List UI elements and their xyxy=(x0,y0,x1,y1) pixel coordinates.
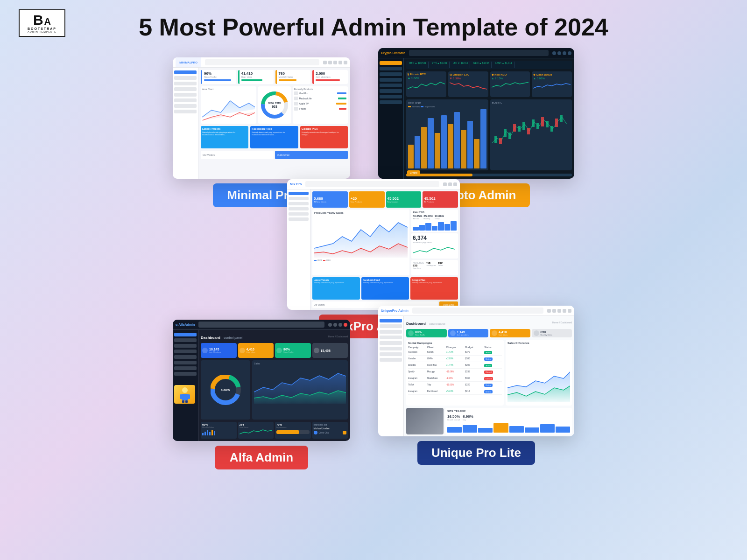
mix-logo: Mix Pro xyxy=(290,182,302,186)
unique-pro-wrapper: UniquePro Admin xyxy=(378,306,574,465)
ca-nav-1[interactable] xyxy=(380,67,402,70)
svg-rect-7 xyxy=(499,138,502,144)
ca-slider[interactable] xyxy=(406,174,572,176)
unique-pro-label[interactable]: Unique Pro Lite xyxy=(417,441,535,465)
mp-nav-2[interactable] xyxy=(174,82,197,85)
up-nav-1[interactable] xyxy=(380,319,402,322)
ca-nav-3[interactable] xyxy=(380,78,402,82)
ca-sidebar xyxy=(378,58,404,179)
mp-donut-svg: New York 953 xyxy=(260,91,289,119)
mix-nav-5[interactable] xyxy=(289,212,309,216)
alfa-charts: Sales Sales xyxy=(201,360,348,420)
ca-nav-7[interactable] xyxy=(380,100,402,104)
mp-nav-3[interactable] xyxy=(174,87,197,91)
alfa-nav-3[interactable] xyxy=(174,344,197,348)
alfa-bc-1: 60% Monthly Sales xyxy=(201,422,237,439)
ca-nav-dashboard[interactable] xyxy=(380,61,402,65)
svg-rect-28 xyxy=(185,400,188,403)
ca-nav-5[interactable] xyxy=(380,89,402,93)
svg-rect-16 xyxy=(541,117,544,126)
mix-stat-3: 45,502 New Invoices xyxy=(386,191,422,208)
up-nav-2[interactable] xyxy=(380,324,402,328)
mp-stat-3-label: Monthly Sales xyxy=(279,76,309,78)
up-nav-8[interactable] xyxy=(380,358,402,362)
ca-dash: ◈ Dash DASH ▲ 0.91% xyxy=(532,71,572,97)
alfa-nav-5[interactable] xyxy=(174,355,197,359)
svg-rect-6 xyxy=(494,136,497,143)
mix-stat-2: +20 New Products xyxy=(349,191,385,208)
mp-stat-2: 41,410 User Likes xyxy=(238,70,274,84)
mp-nav-5[interactable] xyxy=(174,98,197,102)
alfa-stat-1: 10,145 Join Members xyxy=(201,343,237,358)
ca-icon4 xyxy=(568,51,571,55)
alfa-nav-7[interactable] xyxy=(174,366,197,370)
alfa-wave-chart: Sales xyxy=(252,360,348,420)
alfa-card[interactable]: α AlfaAdmin xyxy=(173,320,350,441)
alfa-label[interactable]: Alfa Admin xyxy=(215,446,308,469)
mp-nav-dashboard[interactable] xyxy=(174,70,197,74)
alfa-bc2-svg xyxy=(240,428,273,435)
mix-body: 5,689 All New Clients +20 New Products 4… xyxy=(287,189,460,310)
alfa-nav-4[interactable] xyxy=(174,350,197,353)
up-table: Social Campaigns Campaign Client Changes… xyxy=(406,340,504,406)
alfa-nav-1[interactable] xyxy=(174,333,197,336)
alfa-header: Dashboard control panel Home / Dashboard xyxy=(201,332,348,341)
svg-rect-26 xyxy=(187,394,190,399)
middle-row: Mix Pro xyxy=(0,179,747,338)
ca-search[interactable] xyxy=(409,50,549,56)
alfa-nav-8[interactable] xyxy=(174,372,197,376)
mix-nav-4[interactable] xyxy=(289,207,309,210)
mix-area-svg xyxy=(314,216,408,258)
up-nav-7[interactable] xyxy=(380,352,402,356)
up-nav-3[interactable] xyxy=(380,330,402,334)
mix-nav-2[interactable] xyxy=(289,197,309,200)
svg-point-23 xyxy=(182,387,188,393)
alfa-search[interactable] xyxy=(198,322,324,328)
alfa-icon2 xyxy=(333,323,337,327)
mix-nav-6[interactable] xyxy=(289,217,309,221)
up-stats: 80% Store Traffic 1,145 Join Members xyxy=(406,329,572,337)
ca-bitcoin: ₿ Bitcoin BTC ▲ 4.72% xyxy=(406,71,446,97)
mix-nav-3[interactable] xyxy=(289,202,309,205)
alfa-body: Dashboard control panel Home / Dashboard… xyxy=(173,330,350,441)
mp-nav-1[interactable] xyxy=(174,76,197,80)
ca-candle-chart: BCN/BTC xyxy=(490,99,572,170)
ca-nav-4[interactable] xyxy=(380,84,402,87)
ca-bars xyxy=(408,109,486,168)
mp-search[interactable] xyxy=(205,59,319,65)
up-traffic-bars xyxy=(447,423,570,433)
ca-nav-6[interactable] xyxy=(380,95,402,98)
up-icon5 xyxy=(568,309,571,313)
up-sidebar xyxy=(378,316,404,436)
svg-rect-8 xyxy=(504,129,507,137)
alfa-nav-2[interactable] xyxy=(174,338,197,342)
table-row: Spotify Mocupp -11.69% $235 Closed xyxy=(408,370,502,375)
mix-icon3 xyxy=(453,182,457,186)
alfa-sidebar xyxy=(173,330,198,441)
svg-text:New York: New York xyxy=(268,101,281,104)
mix-line-svg xyxy=(413,244,457,255)
mixpro-card[interactable]: Mix Pro xyxy=(287,179,460,310)
up-nav-5[interactable] xyxy=(380,341,402,345)
mp-nav-4[interactable] xyxy=(174,93,197,97)
mix-nav-1[interactable] xyxy=(289,192,309,195)
ca-litecoin: ◎ Litecoin LTC ▼ 1.38% xyxy=(448,71,488,97)
minimal-pro-card[interactable]: MINIMALPRO xyxy=(173,57,350,179)
page-header: B A BOOTSTRAP ADMIN TEMPLATE 5 Most Powe… xyxy=(0,0,747,46)
ca-nav-2[interactable] xyxy=(380,72,402,76)
alfa-nav-6[interactable] xyxy=(174,361,197,364)
mp-nav-6[interactable] xyxy=(174,104,197,108)
crypto-admin-card[interactable]: Crypto Ultimate xyxy=(378,48,574,179)
alfa-donut-chart: Sales xyxy=(201,360,250,420)
mp-nav-7[interactable] xyxy=(174,110,197,113)
mp-topbar: MINIMALPRO xyxy=(173,57,350,68)
ca-icon1 xyxy=(552,51,556,55)
mix-icon1 xyxy=(443,182,447,186)
mix-search[interactable] xyxy=(305,181,439,187)
up-search[interactable] xyxy=(412,308,543,314)
up-nav-4[interactable] xyxy=(380,336,402,339)
up-nav-6[interactable] xyxy=(380,347,402,350)
mp-quick-email[interactable]: Quick Email xyxy=(275,151,348,159)
crypto-button[interactable]: Crypto xyxy=(407,170,420,175)
unique-pro-card[interactable]: UniquePro Admin xyxy=(378,306,574,436)
